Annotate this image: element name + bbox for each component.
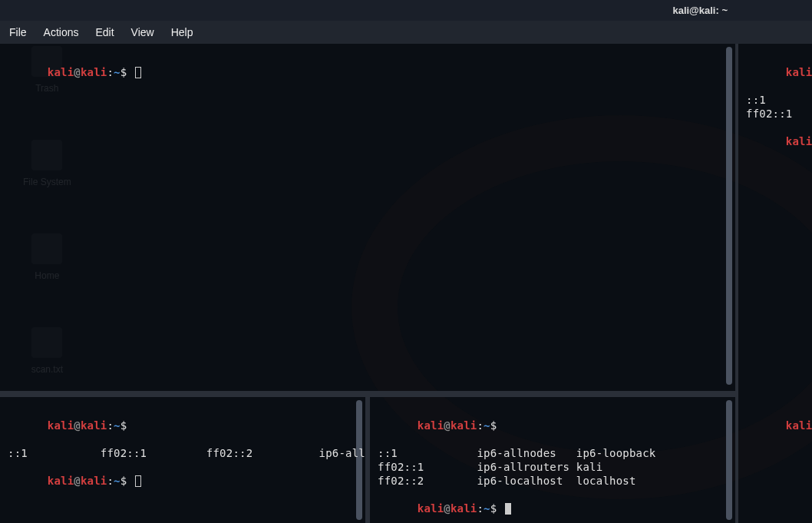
prompt-host: kali	[81, 66, 107, 78]
cursor	[135, 67, 141, 78]
prompt-user: kali	[48, 66, 74, 78]
prompt-line: kali@kali:~	[746, 51, 804, 93]
output-line: ff02::1 ip6-allrouters kali	[378, 460, 728, 474]
terminal-pane-bottom-left[interactable]: kali@kali:~$ ::1 ff02::1 ff02::2 ip6-all…	[0, 397, 365, 523]
prompt-at: @	[74, 66, 81, 78]
pane-splitter-horizontal[interactable]	[0, 391, 735, 397]
menu-view[interactable]: View	[131, 26, 154, 38]
prompt-line: kali@kali:~$	[8, 460, 358, 501]
prompt-line: kali@kali:~	[746, 405, 804, 446]
window-titlebar: kali@kali: ~	[0, 0, 812, 21]
terminal-pane-bottom-right[interactable]: kali@kali:~	[738, 397, 812, 523]
output-line: ::1 ip6-allnodes ip6-loopback	[378, 446, 728, 460]
prompt-line: kali@kali:~$	[378, 488, 728, 523]
cursor	[135, 475, 141, 487]
prompt-path: ~	[114, 66, 120, 78]
prompt-colon: :	[107, 66, 114, 78]
output-line: ::1	[746, 93, 804, 107]
menubar: File Actions Edit View Help	[0, 21, 812, 44]
menu-help[interactable]: Help	[171, 26, 193, 38]
prompt-line: kali@kali:~$	[8, 405, 358, 446]
menu-edit[interactable]: Edit	[95, 26, 114, 38]
window-title: kali@kali: ~	[672, 5, 728, 16]
cursor	[505, 503, 511, 515]
prompt-line: kali@kali:~	[746, 121, 804, 162]
output-line: ::1 ff02::1 ff02::2 ip6-all	[8, 446, 358, 460]
terminal-pane-bottom-middle[interactable]: kali@kali:~$ ::1 ip6-allnodes ip6-loopba…	[370, 397, 735, 523]
prompt-dollar: $	[120, 66, 127, 78]
output-line: ff02::2 ip6-localhost localhost	[378, 474, 728, 488]
output-line: ff02::1	[746, 107, 804, 121]
prompt-line: kali@kali:~$	[8, 51, 728, 93]
terminal-pane-top-right[interactable]: kali@kali:~ ::1 ff02::1 kali@kali:~	[738, 44, 812, 391]
menu-actions[interactable]: Actions	[44, 26, 79, 38]
terminal-pane-top-left[interactable]: kali@kali:~$	[0, 44, 735, 391]
prompt-line: kali@kali:~$	[378, 405, 728, 446]
menu-file[interactable]: File	[9, 26, 27, 38]
